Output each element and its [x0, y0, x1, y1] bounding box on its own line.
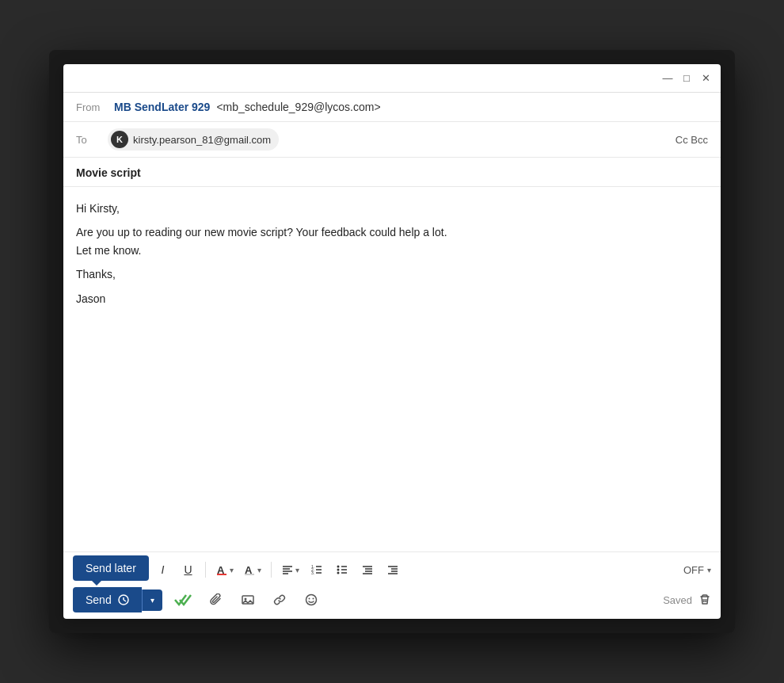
ordered-list-button[interactable]: 1. 2. 3.	[306, 559, 328, 581]
emoji-button[interactable]	[299, 587, 324, 612]
body-thanks: Thanks,	[76, 265, 708, 283]
send-dropdown-button[interactable]: ▾	[142, 590, 162, 611]
off-arrow: ▾	[707, 566, 711, 574]
window-controls: — □ ✕	[662, 73, 711, 84]
to-label: To	[76, 134, 108, 146]
cc-bcc-button[interactable]: Cc Bcc	[676, 134, 708, 146]
saved-area: Saved	[663, 593, 711, 606]
toolbar-area: Arial 10 ▾ B I U A ▾	[63, 551, 721, 619]
font-size-arrow: ▾	[112, 566, 116, 574]
align-arrow: ▾	[295, 566, 299, 574]
italic-button[interactable]: I	[151, 559, 173, 581]
double-checkmark-button[interactable]	[169, 589, 197, 611]
double-check-icon	[173, 592, 192, 608]
increase-indent-icon	[386, 563, 399, 576]
emoji-icon	[305, 593, 318, 606]
divider-2	[271, 562, 272, 578]
font-color-button[interactable]: A ▾	[212, 560, 237, 579]
title-bar: — □ ✕	[63, 64, 721, 93]
unordered-list-icon	[336, 563, 348, 576]
email-body[interactable]: Hi Kirsty, Are you up to reading our new…	[63, 187, 721, 551]
delete-button[interactable]	[698, 593, 711, 606]
font-selector[interactable]: Arial	[73, 564, 93, 576]
body-greeting: Hi Kirsty,	[76, 200, 708, 217]
subject-row: Movie script	[63, 158, 721, 187]
svg-line-30	[124, 600, 126, 601]
highlight-color-button[interactable]: A ▾	[240, 560, 265, 579]
svg-point-16	[337, 569, 340, 571]
body-signature: Jason	[76, 290, 708, 307]
svg-point-35	[312, 598, 314, 600]
svg-point-34	[308, 598, 310, 600]
from-name: MB SendLater 929	[114, 101, 210, 113]
recipient-avatar: K	[111, 131, 128, 148]
minimize-button[interactable]: —	[662, 73, 673, 84]
image-button[interactable]	[235, 587, 261, 612]
svg-rect-3	[245, 574, 254, 575]
svg-rect-1	[217, 574, 226, 575]
send-button-group: Send ▾	[73, 587, 162, 612]
link-button[interactable]	[267, 587, 292, 612]
recipient-email: kirsty.pearson_81@gmail.com	[133, 134, 271, 146]
attachment-icon	[210, 593, 223, 606]
close-button[interactable]: ✕	[700, 73, 711, 84]
image-icon	[242, 593, 254, 606]
font-size-selector[interactable]: 10 ▾	[100, 564, 116, 576]
highlight-color-arrow: ▾	[257, 566, 261, 574]
align-button[interactable]: ▾	[278, 560, 303, 579]
attach-button[interactable]	[204, 587, 229, 612]
underline-button[interactable]: U	[177, 559, 199, 581]
unordered-list-button[interactable]	[331, 559, 353, 581]
highlight-color-icon: A	[243, 563, 256, 576]
trash-icon	[698, 593, 711, 606]
font-color-arrow: ▾	[230, 566, 234, 574]
compose-window: — □ ✕ From MB SendLater 929 <mb_schedule…	[63, 64, 721, 619]
svg-point-18	[337, 572, 340, 574]
saved-label: Saved	[663, 594, 692, 606]
font-color-icon: A	[215, 563, 228, 576]
subject-text: Movie script	[76, 166, 141, 179]
align-icon	[281, 563, 294, 576]
svg-point-33	[306, 595, 316, 605]
from-email: <mb_schedule_929@lycos.com>	[216, 101, 380, 113]
decrease-indent-icon	[361, 563, 374, 576]
from-label: From	[76, 101, 108, 113]
ordered-list-icon: 1. 2. 3.	[310, 563, 323, 576]
link-icon	[273, 593, 286, 606]
off-label: OFF	[683, 564, 704, 576]
formatting-toolbar: Arial 10 ▾ B I U A ▾	[73, 559, 711, 587]
maximize-button[interactable]: □	[681, 73, 692, 84]
bold-button[interactable]: B	[126, 559, 148, 581]
recipient-chip[interactable]: K kirsty.pearson_81@gmail.com	[108, 128, 279, 151]
svg-point-14	[337, 566, 340, 568]
to-row: To K kirsty.pearson_81@gmail.com Cc Bcc	[63, 122, 721, 158]
off-toggle[interactable]: OFF ▾	[683, 564, 711, 576]
action-toolbar: Send later Send ▾	[73, 587, 711, 612]
decrease-indent-button[interactable]	[356, 559, 379, 581]
svg-text:3.: 3.	[311, 570, 314, 575]
increase-indent-button[interactable]	[382, 559, 404, 581]
body-content: Are you up to reading our new movie scri…	[76, 223, 708, 259]
from-row: From MB SendLater 929 <mb_schedule_929@l…	[63, 93, 721, 122]
clock-icon	[118, 594, 129, 605]
divider-1	[205, 562, 206, 578]
send-button[interactable]: Send	[73, 587, 142, 612]
